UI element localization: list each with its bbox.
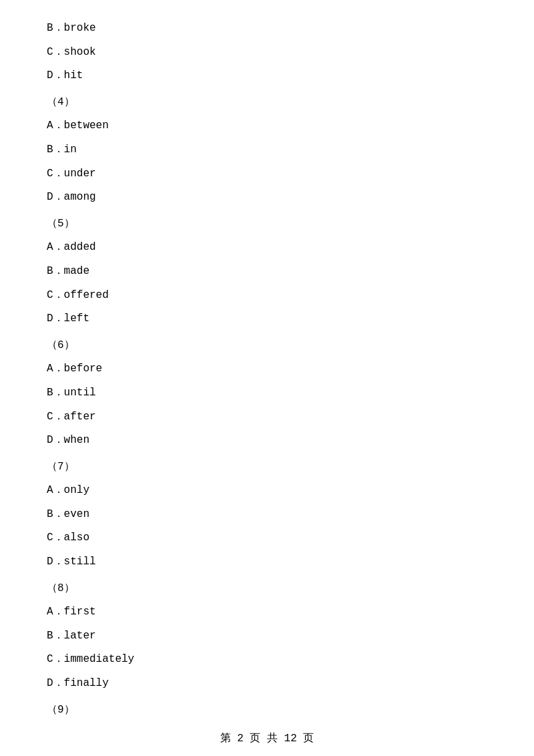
question-9-label: （9） — [47, 702, 487, 719]
option-c-also: C．also — [47, 530, 487, 547]
option-a-added: A．added — [47, 239, 487, 256]
option-a-only: A．only — [47, 482, 487, 500]
question-8-label: （8） — [47, 580, 487, 598]
option-c-offered: C．offered — [47, 287, 487, 305]
option-c-under: C．under — [47, 166, 487, 183]
option-d-among: D．among — [47, 189, 487, 206]
main-content: B．broke C．shook D．hit （4） A．between B．in… — [0, 0, 534, 756]
option-d-still: D．still — [47, 554, 487, 571]
option-a-between: A．between — [47, 118, 487, 135]
option-d-hit: D．hit — [47, 67, 487, 85]
option-d-finally: D．finally — [47, 675, 487, 693]
option-a-first: A．first — [47, 604, 487, 621]
question-4-label: （4） — [47, 94, 487, 112]
question-5-label: （5） — [47, 216, 487, 233]
option-b-later: B．later — [47, 628, 487, 645]
option-d-when: D．when — [47, 432, 487, 449]
option-b-even: B．even — [47, 506, 487, 524]
page-footer: 第 2 页 共 12 页 — [0, 731, 534, 745]
option-b-until: B．until — [47, 385, 487, 402]
option-c-after: C．after — [47, 409, 487, 426]
question-6-label: （6） — [47, 337, 487, 355]
option-c-immediately: C．immediately — [47, 651, 487, 669]
option-b-in: B．in — [47, 142, 487, 159]
question-7-label: （7） — [47, 459, 487, 476]
option-c-shook: C．shook — [47, 44, 487, 61]
option-a-before: A．before — [47, 361, 487, 378]
option-d-left: D．left — [47, 311, 487, 328]
option-b-broke: B．broke — [47, 20, 487, 37]
option-b-made: B．made — [47, 263, 487, 280]
